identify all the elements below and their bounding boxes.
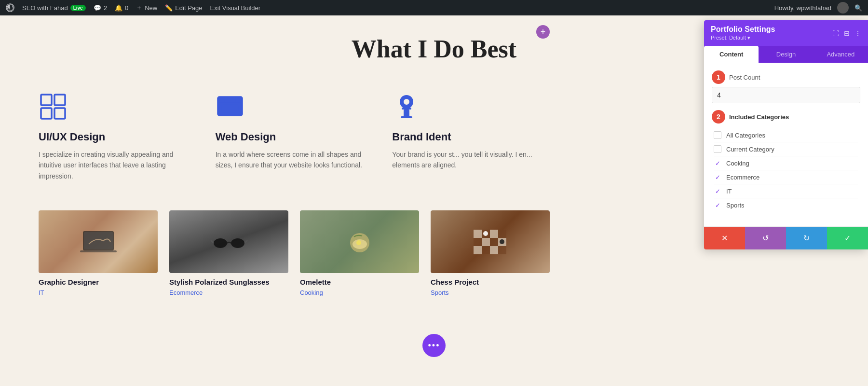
svg-line-18 <box>244 240 247 243</box>
category-label-sports: Sports <box>726 202 745 209</box>
panel-body: 1 Post Count 2 Included Categories All C… <box>704 63 868 226</box>
category-item-ecommerce[interactable]: ✓ Ecommerce <box>714 170 858 184</box>
uiux-icon <box>39 92 196 123</box>
svg-rect-25 <box>490 230 498 238</box>
portfolio-item-1: Stylish Polarized Sunglasses Ecommerce <box>169 210 288 297</box>
post-count-field: 1 Post Count <box>712 70 860 103</box>
action-close-button[interactable]: ✕ <box>704 227 745 249</box>
category-list: All Categories Current Category ✓ Cookin… <box>712 128 860 212</box>
search-button[interactable]: 🔍 <box>854 4 862 12</box>
svg-rect-3 <box>54 95 65 105</box>
add-element-button[interactable]: + <box>536 25 550 39</box>
included-categories-field: 2 Included Categories All Categories Cur… <box>712 110 860 212</box>
site-name[interactable]: SEO with Fahad Live <box>22 4 86 12</box>
svg-rect-23 <box>474 230 482 238</box>
web-icon <box>216 92 373 123</box>
category-item-all[interactable]: All Categories <box>714 128 858 142</box>
panel-actions: ✕ ↺ ↻ ✓ <box>704 226 868 249</box>
panel-preset[interactable]: Preset: Default ▾ <box>711 35 775 41</box>
svg-rect-13 <box>84 232 113 249</box>
brand-icon <box>392 92 550 123</box>
panel-header: Portfolio Settings Preset: Default ▾ ⛶ ⊟… <box>704 20 868 46</box>
step-1-badge: 1 <box>712 70 725 84</box>
portfolio-title-1: Stylish Polarized Sunglasses <box>169 278 288 286</box>
panel-more-icon[interactable]: ⋮ <box>854 29 861 37</box>
edit-page-button[interactable]: ✏️ Edit Page <box>165 4 202 12</box>
action-undo-button[interactable]: ↺ <box>745 227 786 249</box>
panel-title: Portfolio Settings <box>711 25 775 34</box>
svg-rect-28 <box>482 238 490 246</box>
services-grid: UI/UX Design I specialize in creating vi… <box>39 92 550 181</box>
svg-rect-2 <box>41 108 52 119</box>
category-item-it[interactable]: ✓ IT <box>714 184 858 198</box>
portfolio-grid: Graphic Designer IT Stylish Polarized Su… <box>39 210 550 297</box>
action-redo-button[interactable]: ↻ <box>786 227 827 249</box>
svg-rect-8 <box>402 108 411 110</box>
svg-rect-1 <box>41 95 52 105</box>
service-desc-uiux: I specialize in creating visually appeal… <box>39 149 196 181</box>
portfolio-cat-3: Sports <box>431 289 449 296</box>
post-count-label: Post Count <box>729 74 760 81</box>
portfolio-cat-2: Cooking <box>300 289 323 296</box>
post-count-input[interactable] <box>712 87 860 103</box>
category-check-sports: ✓ <box>714 201 721 209</box>
svg-rect-14 <box>80 250 117 252</box>
service-desc-brand: Your brand is your st... you tell it vis… <box>392 149 550 171</box>
float-menu-button[interactable]: ••• <box>422 334 446 357</box>
tab-advanced[interactable]: Advanced <box>814 46 868 63</box>
category-check-all <box>714 131 721 139</box>
svg-rect-34 <box>498 246 506 254</box>
notifications-button[interactable]: 🔔 0 <box>115 4 128 12</box>
tab-content[interactable]: Content <box>704 46 759 63</box>
panel-tabs: Content Design Advanced <box>704 46 868 63</box>
svg-rect-10 <box>401 116 412 118</box>
user-avatar <box>837 2 849 14</box>
portfolio-thumb-0 <box>39 210 158 273</box>
portfolio-title-2: Omelette <box>300 278 419 286</box>
category-label-cooking: Cooking <box>726 160 749 167</box>
svg-rect-4 <box>54 108 65 119</box>
svg-rect-9 <box>404 110 409 117</box>
svg-rect-26 <box>498 230 506 238</box>
portfolio-item-3: Chess Project Sports <box>431 210 550 297</box>
svg-line-17 <box>211 240 214 243</box>
service-item-uiux: UI/UX Design I specialize in creating vi… <box>39 92 196 181</box>
category-item-current[interactable]: Current Category <box>714 142 858 156</box>
tab-design[interactable]: Design <box>759 46 813 63</box>
category-label-ecommerce: Ecommerce <box>726 174 760 181</box>
service-item-web: Web Design In a world where screens come… <box>216 92 373 181</box>
portfolio-cat-0: IT <box>39 289 44 296</box>
category-item-sports[interactable]: ✓ Sports <box>714 198 858 212</box>
category-label-all: All Categories <box>726 132 765 139</box>
settings-panel: Portfolio Settings Preset: Default ▾ ⛶ ⊟… <box>704 20 868 249</box>
service-title-uiux: UI/UX Design <box>39 131 196 143</box>
service-item-brand: Brand Ident Your brand is your st... you… <box>392 92 550 181</box>
live-badge: Live <box>70 5 86 11</box>
comments-button[interactable]: 💬 2 <box>94 4 107 12</box>
svg-point-21 <box>356 240 361 245</box>
service-title-brand: Brand Ident <box>392 131 550 143</box>
user-greeting: Howdy, wpwithfahad <box>774 4 831 12</box>
exit-builder-button[interactable]: Exit Visual Builder <box>210 4 261 12</box>
portfolio-title-0: Graphic Designer <box>39 278 158 286</box>
panel-fullscreen-icon[interactable]: ⛶ <box>832 29 839 37</box>
new-button[interactable]: ＋ New <box>136 3 157 12</box>
category-check-it: ✓ <box>714 187 721 195</box>
svg-point-16 <box>231 238 244 248</box>
wp-logo-button[interactable] <box>6 3 14 12</box>
step-2-badge: 2 <box>712 110 725 124</box>
wp-logo-icon <box>6 3 14 12</box>
action-save-button[interactable]: ✓ <box>827 227 868 249</box>
svg-rect-33 <box>490 246 498 254</box>
portfolio-item-0: Graphic Designer IT <box>39 210 158 297</box>
panel-split-icon[interactable]: ⊟ <box>844 29 850 37</box>
category-check-cooking: ✓ <box>714 159 721 167</box>
service-title-web: Web Design <box>216 131 373 143</box>
svg-point-15 <box>214 238 227 248</box>
category-label-it: IT <box>726 188 732 195</box>
svg-rect-6 <box>222 105 238 112</box>
category-check-ecommerce: ✓ <box>714 173 721 181</box>
portfolio-cat-1: Ecommerce <box>169 289 203 296</box>
svg-rect-27 <box>474 238 482 246</box>
category-item-cooking[interactable]: ✓ Cooking <box>714 156 858 170</box>
